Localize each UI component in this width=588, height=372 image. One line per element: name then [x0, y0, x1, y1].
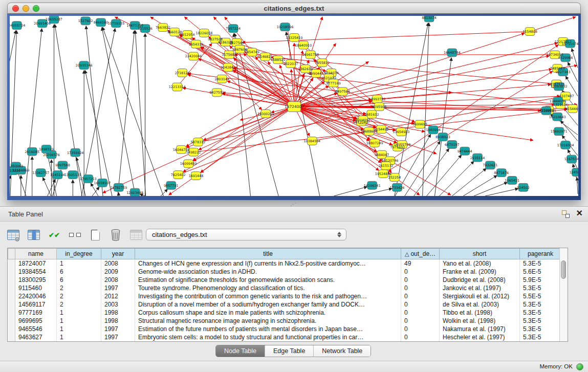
graph-edge[interactable]	[452, 168, 486, 196]
column-header-year[interactable]: year	[101, 249, 135, 259]
table-cell: 1997	[101, 333, 135, 341]
table-cell: 5.3E-5	[520, 333, 561, 341]
graph-node-label: 1065411	[505, 179, 519, 183]
graph-edge[interactable]	[390, 45, 558, 161]
network-file-select[interactable]: citations_edges.txt	[146, 229, 346, 240]
table-cell: Disruption of a novel member of a sodium…	[135, 300, 401, 309]
graph-edge[interactable]	[405, 141, 440, 196]
rows-icon[interactable]	[68, 228, 82, 242]
tab-edge-table[interactable]: Edge Table	[265, 345, 313, 357]
graph-edge[interactable]	[198, 115, 366, 142]
graph-edge[interactable]	[118, 31, 135, 196]
select-stepper-icon	[337, 231, 342, 238]
table-panel-body: ⚙ ✔✔ f(x) citations_edges.txt	[0, 222, 588, 358]
graph-node-label: 2616085	[25, 150, 39, 154]
table-row[interactable]: 1456911722003Disruption of a novel membe…	[8, 300, 561, 309]
graph-edge[interactable]	[474, 182, 507, 196]
select-column-icon[interactable]	[27, 228, 41, 242]
graph-edge[interactable]	[252, 52, 370, 140]
table-row[interactable]: 2242004622012Investigating the contribut…	[8, 292, 561, 300]
graph-node-label: 1154492	[374, 127, 389, 132]
graph-node-label: 9884067	[375, 153, 389, 157]
graph-node-label: 1681612	[364, 113, 379, 117]
scrollbar-thumb[interactable]	[561, 260, 566, 279]
graph-edge[interactable]	[201, 106, 294, 172]
graph-edge[interactable]	[43, 178, 51, 196]
table-cell: Estimation of the future numbers of pati…	[135, 325, 401, 333]
graph-edge[interactable]	[161, 189, 167, 196]
table-cell: 5.9E-5	[520, 276, 561, 284]
delete-table-icon[interactable]	[108, 228, 123, 242]
graph-edge[interactable]	[427, 155, 462, 196]
table-settings-icon[interactable]: ⚙	[6, 228, 20, 242]
graph-node-label: 1154808	[522, 30, 537, 34]
graph-edge[interactable]	[92, 187, 99, 196]
table-row[interactable]: 946362711997Embryonic stem cells: a mode…	[8, 333, 561, 341]
graph-node-label: 1691448	[189, 174, 204, 178]
graph-edge[interactable]	[359, 188, 392, 196]
table-vertical-scrollbar[interactable]	[559, 248, 568, 341]
column-header-in-degree[interactable]: in_degree	[57, 249, 101, 259]
graph-edge[interactable]	[135, 31, 145, 196]
graph-node-label: 18640910	[295, 43, 312, 48]
graph-node-label: 3175685	[222, 53, 236, 57]
graph-edge[interactable]	[334, 187, 367, 196]
column-header-title[interactable]: title	[135, 249, 401, 259]
column-header-pagerank[interactable]: pagerank	[520, 249, 561, 259]
table-cell: 6	[57, 276, 101, 284]
column-header-short[interactable]: short	[440, 249, 520, 259]
header-gutter	[8, 249, 15, 259]
graph-node-label: 9227343	[556, 70, 571, 74]
float-panel-icon[interactable]	[562, 210, 570, 218]
graph-edge[interactable]	[203, 106, 294, 140]
table-row[interactable]: 911546021997Tourette syndrome. Phenomeno…	[8, 284, 561, 292]
graph-edge[interactable]	[414, 148, 449, 196]
graph-edge[interactable]	[17, 171, 26, 196]
graph-edge[interactable]	[55, 25, 82, 196]
table-row[interactable]: 1830029562008Estimation of significance …	[8, 276, 561, 284]
graph-edge[interactable]	[395, 23, 428, 196]
row-gutter	[8, 292, 15, 300]
close-panel-icon[interactable]: ✕	[576, 208, 583, 218]
graph-edge[interactable]	[86, 26, 103, 196]
table-row[interactable]: 977716911998Corpus callosum shape and si…	[8, 309, 561, 317]
graph-edge[interactable]	[81, 28, 115, 196]
graph-edge[interactable]	[485, 188, 518, 196]
select-all-icon[interactable]: ✔✔	[47, 228, 61, 242]
graph-edge[interactable]	[311, 17, 322, 55]
graph-node-label: 252254	[388, 176, 401, 180]
graph-edge[interactable]	[463, 176, 497, 196]
tab-network-table[interactable]: Network Table	[313, 345, 371, 357]
graph-node-label: 1498222	[186, 150, 201, 155]
zoom-button[interactable]	[33, 5, 39, 12]
minimize-button[interactable]	[23, 5, 29, 12]
graph-edge[interactable]	[439, 161, 474, 196]
new-file-icon[interactable]	[88, 228, 102, 242]
graph-node-label: 9474444	[458, 149, 472, 154]
graph-edge[interactable]	[199, 106, 294, 149]
table-row[interactable]: 1872400712008Changes of HCN gene express…	[8, 259, 561, 268]
graph-edge[interactable]	[102, 27, 163, 196]
window-titlebar[interactable]: citations_edges.txt	[7, 3, 581, 14]
table-cell: 0	[401, 284, 440, 292]
graph-node-label: 13325419	[286, 36, 303, 40]
graph-node-label: 17359924	[67, 151, 84, 155]
network-graph[interactable]: 1872400718226058982750881863289827546286…	[10, 16, 578, 196]
table-row[interactable]: 946554611997Estimation of the future num…	[8, 325, 561, 333]
graph-node-label: 8990448	[309, 72, 323, 76]
column-header-name[interactable]: name	[15, 249, 57, 259]
close-button[interactable]	[12, 5, 19, 12]
graph-node-label: 9329966	[558, 56, 573, 60]
tab-node-table[interactable]: Node Table	[216, 345, 265, 357]
table-cell: 2003	[101, 300, 135, 309]
graph-edge[interactable]	[577, 178, 578, 194]
column-header-out-degree[interactable]: △out_de…	[401, 249, 440, 259]
graph-node-label: 2935114	[470, 156, 485, 160]
network-canvas[interactable]: 1872400718226058982750881863289827546286…	[10, 16, 578, 196]
table-cell: Structural magnetic resonance image aver…	[135, 317, 401, 325]
table-row[interactable]: 969969511998Structural magnetic resonanc…	[8, 317, 561, 325]
panel-splitter-handle[interactable]	[290, 203, 298, 206]
graph-edge[interactable]	[423, 23, 429, 196]
graph-node-label: 19218596	[277, 25, 294, 29]
table-row[interactable]: 1938455462009Genome-wide association stu…	[8, 268, 561, 276]
